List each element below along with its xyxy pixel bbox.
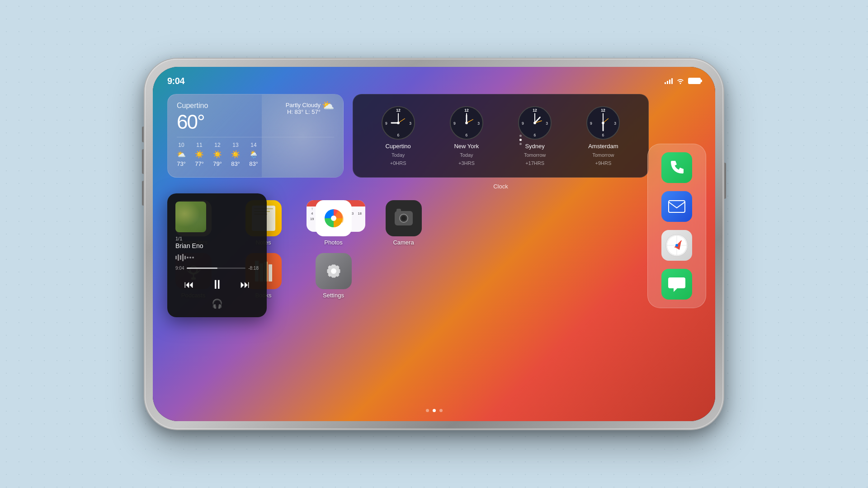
sydney-offset: +17HRS: [525, 160, 544, 166]
svg-text:12: 12: [601, 108, 606, 113]
widget-dot-2: [519, 139, 522, 141]
wave-bar-1: [175, 256, 177, 259]
settings-label: Settings: [323, 292, 344, 299]
svg-text:3: 3: [546, 121, 548, 126]
wave-bar-3: [180, 255, 181, 260]
music-time-current: 9:04: [175, 266, 184, 271]
safari-app-wrapper[interactable]: [661, 230, 692, 261]
phone-container: 9:04: [145, 59, 723, 429]
wave-dot-3: [192, 257, 194, 258]
music-progress-container: 9:04 -8:18: [175, 266, 259, 271]
music-artwork-image: [175, 202, 206, 232]
weather-icon: ⛅: [322, 100, 334, 112]
page-dot-1[interactable]: [426, 409, 429, 412]
amsterdam-day: Tomorrow: [592, 152, 614, 158]
camera-label: Camera: [393, 239, 414, 246]
forecast-item-11: 11 ☀️ 77°: [195, 142, 204, 167]
photos-pinwheel: [321, 206, 346, 231]
weather-widget[interactable]: Cupertino 60° Partly Cloudy H: 83° L: 57…: [167, 94, 344, 178]
svg-point-26: [533, 122, 536, 124]
svg-text:9: 9: [590, 121, 592, 126]
music-player[interactable]: 1/1 Brian Eno 9:04: [167, 193, 267, 317]
newyork-name: New York: [454, 143, 479, 150]
home-screen: Cupertino 60° Partly Cloudy H: 83° L: 57…: [153, 89, 715, 421]
cupertino-offset: +0HRS: [390, 160, 406, 166]
clock-cupertino: 12 3 6 9 Cupertino: [381, 106, 415, 166]
music-controls: ⏮ ⏸ ⏭: [175, 275, 259, 294]
clock-widget[interactable]: 12 3 6 9 Cupertino: [353, 94, 649, 178]
music-time-remaining: -8:18: [248, 266, 259, 271]
svg-point-8: [397, 122, 400, 124]
widget-dots: [519, 135, 522, 145]
weather-condition: Partly Cloudy H: 83° L: 57°: [286, 102, 321, 115]
pause-button[interactable]: ⏸: [209, 275, 225, 294]
widget-dot-3: [519, 143, 522, 145]
right-dock: [647, 144, 706, 308]
battery-icon: [688, 78, 701, 84]
music-artwork: [175, 202, 206, 232]
signal-bar-3: [669, 80, 670, 84]
book-4: [269, 264, 272, 282]
camera-app-icon: [386, 200, 422, 236]
fast-forward-button[interactable]: ⏭: [238, 277, 252, 292]
messages-icon: [667, 275, 686, 294]
newyork-offset: +3HRS: [458, 160, 475, 166]
amsterdam-offset: +9HRS: [595, 160, 611, 166]
svg-text:12: 12: [464, 108, 469, 113]
widget-dot-1: [519, 135, 522, 137]
signal-bars-icon: [665, 78, 673, 84]
weather-high-low: H: 83° L: 57°: [286, 108, 321, 115]
photos-label: Photos: [324, 239, 342, 246]
signal-bar-4: [671, 78, 673, 84]
svg-text:3: 3: [409, 121, 411, 126]
wave-dot-2: [189, 257, 191, 258]
rewind-button[interactable]: ⏮: [182, 277, 196, 292]
svg-text:12: 12: [533, 108, 537, 113]
safari-app-icon: [661, 230, 692, 261]
svg-point-45: [675, 244, 678, 247]
amsterdam-name: Amsterdam: [588, 143, 618, 150]
svg-text:3: 3: [614, 121, 617, 126]
clock-newyork: 12 3 6 9 New York Today: [449, 106, 484, 166]
camera-app-wrapper[interactable]: Camera: [377, 200, 429, 246]
settings-gear-icon: [323, 260, 344, 282]
cupertino-name: Cupertino: [385, 143, 410, 150]
phone-screen: 9:04: [153, 67, 715, 421]
svg-text:3: 3: [477, 121, 480, 126]
power-button[interactable]: [723, 163, 726, 199]
svg-text:6: 6: [465, 133, 467, 137]
forecast-item-10: 10 ⛅ 73°: [177, 142, 186, 167]
phone-app-wrapper[interactable]: [661, 152, 692, 183]
mail-app-icon: [661, 191, 692, 222]
status-bar: 9:04: [153, 67, 715, 89]
page-dot-3[interactable]: [439, 409, 443, 412]
messages-app-wrapper[interactable]: [661, 269, 692, 300]
page-dot-2[interactable]: [433, 409, 436, 412]
svg-text:12: 12: [396, 108, 401, 113]
clock-amsterdam-face: 12 3 6 9: [586, 106, 620, 140]
mail-icon: [668, 200, 685, 213]
forecast-item-13: 13 ☀️ 83°: [231, 142, 240, 167]
music-progress-bar[interactable]: [187, 267, 245, 269]
wave-bar-5: [184, 256, 186, 259]
svg-rect-40: [669, 201, 685, 212]
page-dots: [153, 409, 715, 412]
wifi-icon: [676, 78, 684, 84]
photos-app-wrapper[interactable]: Photos: [307, 200, 359, 246]
status-time: 9:04: [167, 76, 184, 86]
svg-text:9: 9: [522, 121, 524, 126]
camera-bump: [396, 209, 401, 211]
wave-dot-1: [187, 257, 189, 258]
signal-bar-2: [667, 81, 668, 84]
clock-amsterdam: 12 3 6 9 Amsterdam Tomorrow: [586, 106, 620, 166]
settings-app-wrapper[interactable]: Settings: [307, 253, 359, 299]
settings-app-icon: [316, 253, 352, 289]
mail-app-wrapper[interactable]: [661, 191, 692, 222]
clock-label: Clock: [353, 183, 648, 190]
clock-cupertino-face: 12 3 6 9: [381, 106, 415, 140]
newyork-day: Today: [460, 152, 473, 158]
camera-lens: [399, 214, 408, 223]
sydney-day: Tomorrow: [524, 152, 546, 158]
clock-sydney-face: 12 3 6 9: [518, 106, 552, 140]
music-waveform: [175, 253, 259, 262]
